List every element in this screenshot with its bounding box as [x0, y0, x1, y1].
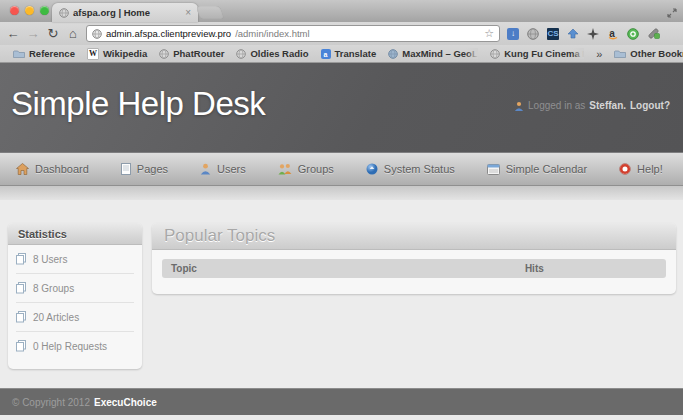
window-controls [10, 6, 49, 15]
stat-label: 8 Groups [33, 283, 74, 294]
group-icon [278, 163, 292, 175]
stat-users[interactable]: 8 Users [16, 245, 134, 274]
tab-afspa-home[interactable]: afspa.org | Home × [52, 3, 198, 22]
bookmark-wikipedia[interactable]: W Wikipedia [81, 48, 153, 60]
fullscreen-expand-icon[interactable] [667, 4, 677, 22]
address-bar[interactable]: admin.afspa.clientpreview.pro/admin/inde… [86, 25, 500, 42]
minimize-window-button[interactable] [25, 6, 34, 15]
bookmark-label: Oldies Radio [250, 48, 308, 59]
nav-item-help[interactable]: Help! [619, 163, 663, 175]
extension-wrench-icon[interactable] [646, 27, 660, 41]
status-icon [366, 163, 378, 175]
nav-label: Dashboard [35, 163, 89, 175]
stat-label: 8 Users [33, 254, 67, 265]
nav-item-dashboard[interactable]: Dashboard [16, 163, 89, 175]
stat-articles[interactable]: 20 Articles [16, 303, 134, 332]
site-globe-icon [92, 29, 102, 39]
extension-cs-icon[interactable]: CS [546, 27, 560, 41]
column-hits: Hits [525, 263, 544, 274]
nav-label: System Status [384, 163, 455, 175]
bookmark-folder-reference[interactable]: Reference [7, 48, 81, 59]
new-tab-button[interactable] [196, 6, 224, 19]
nav-label: Users [217, 163, 246, 175]
calendar-icon [487, 164, 500, 175]
extension-globe-icon[interactable] [526, 27, 540, 41]
url-path: /admin/index.html [235, 28, 309, 39]
bottom-strip [0, 415, 683, 420]
tab-title: afspa.org | Home [73, 7, 181, 18]
globe-icon [159, 49, 169, 59]
bookmark-translate[interactable]: a Translate [315, 48, 383, 59]
user-icon [200, 163, 211, 175]
bookmark-label: Reference [29, 48, 75, 59]
site-header: Simple Help Desk Logged in as Steffan. L… [0, 63, 683, 152]
nav-label: Pages [137, 163, 168, 175]
nav-item-simple-calendar[interactable]: Simple Calendar [487, 163, 587, 175]
extension-amazon-icon[interactable]: a [606, 27, 620, 41]
bookmark-star-icon[interactable]: ☆ [484, 28, 494, 39]
reload-button[interactable]: ↻ [46, 27, 60, 40]
statistics-panel-title: Statistics [8, 223, 142, 245]
globe-icon [490, 49, 500, 59]
bookmark-oldies-radio[interactable]: Oldies Radio [230, 48, 314, 59]
bookmark-kung-fu-cinema[interactable]: Kung Fu Cinema Fo [484, 48, 590, 59]
login-status: Logged in as Steffan. Logout? [514, 100, 670, 111]
stat-groups[interactable]: 8 Groups [16, 274, 134, 303]
page-icon [121, 163, 131, 175]
svg-text:a: a [609, 28, 615, 39]
wikipedia-icon: W [87, 48, 99, 60]
bookmark-label: Wikipedia [103, 48, 147, 59]
nav-item-pages[interactable]: Pages [121, 163, 168, 175]
zoom-window-button[interactable] [40, 6, 49, 15]
stat-label: 20 Articles [33, 312, 79, 323]
url-domain: admin.afspa.clientpreview.pro [106, 28, 231, 39]
svg-text:a: a [323, 50, 327, 57]
close-tab-icon[interactable]: × [185, 8, 191, 18]
topics-table-header: Topic Hits [162, 259, 666, 278]
close-window-button[interactable] [10, 6, 19, 15]
nav-label: Simple Calendar [506, 163, 587, 175]
site-title: Simple Help Desk [11, 85, 265, 123]
bookmarks-bar: Reference W Wikipedia PhatRouter Oldies … [0, 45, 683, 63]
home-button[interactable]: ⌂ [66, 27, 80, 40]
header-shadow-band [0, 186, 683, 200]
browser-toolbar: ← → ↻ ⌂ admin.afspa.clientpreview.pro/ad… [0, 22, 683, 45]
copy-pages-icon [16, 253, 27, 265]
nav-item-system-status[interactable]: System Status [366, 163, 455, 175]
site-footer: © Copyright 2012 ExecuChoice [0, 388, 683, 415]
bookmark-maxmind[interactable]: MaxMind – GeoLite [382, 48, 484, 59]
bookmarks-overflow-chevron[interactable]: » [590, 48, 608, 60]
forward-button[interactable]: → [26, 27, 40, 40]
nav-item-users[interactable]: Users [200, 163, 246, 175]
extension-star-icon[interactable] [586, 27, 600, 41]
extension-download-icon[interactable]: ↓ [506, 27, 520, 41]
nav-label: Help! [637, 163, 663, 175]
copy-pages-icon [16, 340, 27, 352]
other-bookmarks-folder[interactable]: Other Bookmarks [608, 48, 683, 59]
back-button[interactable]: ← [6, 27, 20, 40]
user-icon [514, 101, 524, 111]
folder-icon [614, 49, 626, 58]
copy-pages-icon [16, 311, 27, 323]
popular-topics-title: Popular Topics [152, 223, 676, 250]
nav-label: Groups [298, 163, 334, 175]
copyright-text: © Copyright 2012 [12, 397, 90, 408]
extension-green-circle-icon[interactable] [626, 27, 640, 41]
statistics-panel: Statistics 8 Users 8 Groups 20 Articles … [8, 223, 142, 369]
login-prefix: Logged in as [528, 100, 585, 111]
bookmark-phatrouter[interactable]: PhatRouter [153, 48, 230, 59]
translate-icon: a [321, 49, 331, 59]
extension-up-arrow-icon[interactable] [566, 27, 580, 41]
help-lifering-icon [619, 163, 631, 175]
stat-help-requests[interactable]: 0 Help Requests [16, 332, 134, 360]
globe-icon [236, 49, 246, 59]
main-nav: Dashboard Pages Users Groups System Stat… [0, 152, 683, 186]
bookmark-label: PhatRouter [173, 48, 224, 59]
bookmark-label: MaxMind – GeoLite [402, 48, 478, 59]
nav-item-groups[interactable]: Groups [278, 163, 334, 175]
copy-pages-icon [16, 282, 27, 294]
folder-icon [13, 49, 25, 58]
brand-name: ExecuChoice [94, 397, 157, 408]
logout-link[interactable]: Logout? [630, 100, 670, 111]
stat-label: 0 Help Requests [33, 341, 107, 352]
